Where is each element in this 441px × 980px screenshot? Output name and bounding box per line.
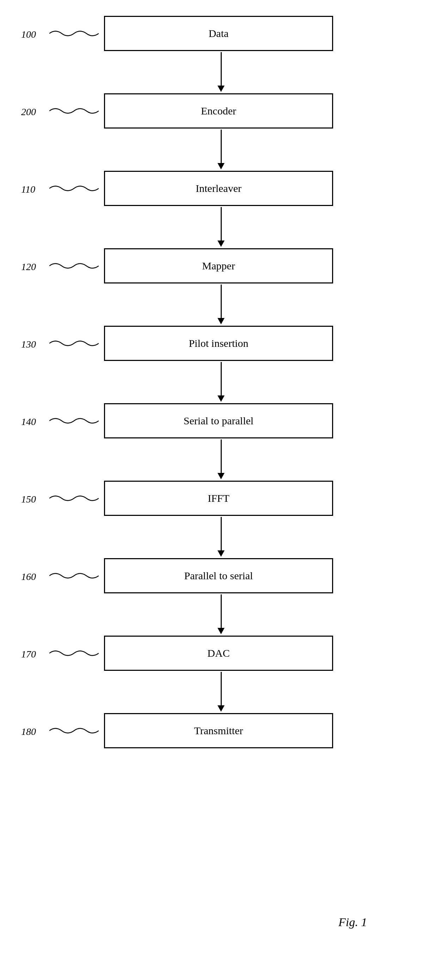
block-dac-label: DAC <box>207 647 230 659</box>
squiggle-120 <box>50 261 99 271</box>
squiggle-180 <box>50 725 99 736</box>
block-s2p-label: Serial to parallel <box>184 415 254 427</box>
ref-100: 100 <box>21 29 36 40</box>
block-interleaver-label: Interleaver <box>196 182 241 194</box>
arrow-2 <box>217 130 225 169</box>
arrow-7 <box>217 517 225 557</box>
block-mapper: Mapper <box>104 248 333 283</box>
arrow-3 <box>217 207 225 247</box>
fig-label: Fig. 1 <box>339 916 367 929</box>
block-ifft: IFFT <box>104 480 333 516</box>
squiggle-130 <box>50 338 99 348</box>
block-ifft-label: IFFT <box>208 492 230 504</box>
block-transmitter-label: Transmitter <box>194 725 243 737</box>
arrow-6 <box>217 439 225 479</box>
ref-200: 200 <box>21 107 36 118</box>
block-pilot-label: Pilot insertion <box>189 337 248 349</box>
block-interleaver: Interleaver <box>104 171 333 206</box>
arrow-4 <box>217 285 225 324</box>
squiggle-100 <box>50 28 99 39</box>
ref-150: 150 <box>21 494 36 505</box>
block-dac: DAC <box>104 636 333 671</box>
block-data-label: Data <box>209 27 229 40</box>
ref-170: 170 <box>21 649 36 660</box>
arrow-1 <box>217 52 225 92</box>
block-pilot: Pilot insertion <box>104 326 333 361</box>
block-p2s-label: Parallel to serial <box>184 570 253 582</box>
ref-160: 160 <box>21 571 36 582</box>
squiggle-160 <box>50 571 99 581</box>
squiggle-170 <box>50 648 99 659</box>
squiggle-140 <box>50 415 99 426</box>
arrow-9 <box>217 672 225 712</box>
ref-130: 130 <box>21 339 36 350</box>
squiggle-200 <box>50 106 99 116</box>
diagram-container: Data 100 Encoder 200 Interleaver 110 <box>0 0 441 980</box>
arrow-8 <box>217 594 225 634</box>
squiggle-110 <box>50 183 99 194</box>
arrow-5 <box>217 362 225 402</box>
block-s2p: Serial to parallel <box>104 403 333 438</box>
ref-140: 140 <box>21 416 36 428</box>
block-transmitter: Transmitter <box>104 713 333 748</box>
block-mapper-label: Mapper <box>202 260 235 272</box>
block-p2s: Parallel to serial <box>104 558 333 593</box>
ref-180: 180 <box>21 726 36 737</box>
block-encoder: Encoder <box>104 93 333 129</box>
squiggle-150 <box>50 493 99 504</box>
block-encoder-label: Encoder <box>201 105 236 117</box>
ref-120: 120 <box>21 261 36 272</box>
ref-110: 110 <box>21 184 35 195</box>
block-data: Data <box>104 16 333 51</box>
